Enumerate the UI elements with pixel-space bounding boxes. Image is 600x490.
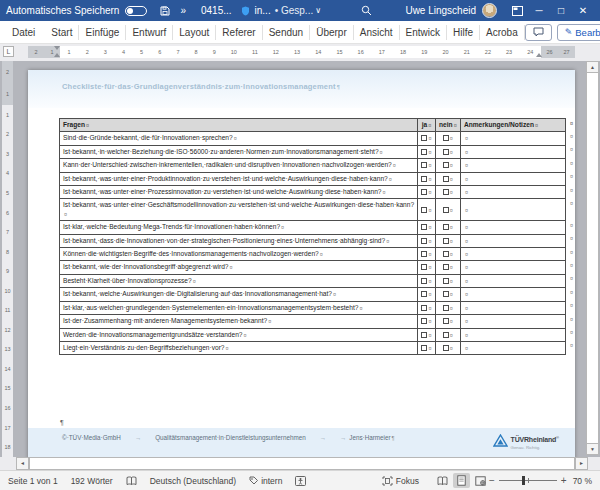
no-checkbox-cell[interactable]: ¤	[435, 248, 460, 261]
maximize-icon[interactable]: □	[550, 5, 572, 16]
checkbox-icon[interactable]	[443, 207, 449, 213]
editing-mode-button[interactable]: ✎ Bearbeitung ∨	[557, 24, 600, 41]
zoom-slider[interactable]	[499, 476, 557, 485]
notes-cell[interactable]: ¤	[460, 315, 565, 328]
no-checkbox-cell[interactable]: ¤	[435, 159, 460, 172]
notes-cell[interactable]: ¤	[460, 341, 565, 354]
no-checkbox-cell[interactable]: ¤	[435, 199, 460, 221]
notes-cell[interactable]: ¤	[460, 186, 565, 199]
notes-cell[interactable]: ¤	[460, 172, 565, 185]
checkbox-icon[interactable]	[443, 305, 449, 311]
vertical-scrollbar[interactable]: ▲ ▼	[586, 61, 599, 455]
yes-checkbox-cell[interactable]: ¤	[418, 301, 436, 314]
scroll-down-icon[interactable]: ▼	[586, 443, 599, 455]
horizontal-scroll-thumb[interactable]	[29, 457, 575, 470]
checkbox-icon[interactable]	[443, 238, 449, 244]
checkbox-icon[interactable]	[421, 251, 427, 257]
checkbox-icon[interactable]	[421, 135, 427, 141]
notes-cell[interactable]: ¤	[460, 274, 565, 287]
yes-checkbox-cell[interactable]: ¤	[418, 186, 436, 199]
tab-sendungen[interactable]: Sendun	[263, 25, 310, 40]
checkbox-icon[interactable]	[443, 224, 449, 230]
checkbox-icon[interactable]	[443, 149, 449, 155]
more-commands-icon[interactable]: »	[180, 5, 186, 16]
no-checkbox-cell[interactable]: ¤	[435, 301, 460, 314]
zoom-level[interactable]: 70 %	[573, 476, 592, 486]
horizontal-ruler[interactable]: L 21 12345678910111213141516171819202122…	[0, 44, 600, 61]
checkbox-icon[interactable]	[421, 238, 427, 244]
right-indent-marker[interactable]	[536, 53, 542, 57]
focus-mode-button[interactable]: Fokus	[382, 476, 419, 486]
scroll-right-icon[interactable]: ►	[575, 457, 588, 470]
yes-checkbox-cell[interactable]: ¤	[418, 328, 436, 341]
checkbox-icon[interactable]	[421, 264, 427, 270]
zoom-slider-thumb[interactable]	[522, 476, 525, 485]
print-layout-button[interactable]	[453, 473, 470, 488]
no-checkbox-cell[interactable]: ¤	[435, 315, 460, 328]
tab-datei[interactable]: Datei	[6, 25, 41, 40]
yes-checkbox-cell[interactable]: ¤	[418, 248, 436, 261]
yes-checkbox-cell[interactable]: ¤	[418, 341, 436, 354]
yes-checkbox-cell[interactable]: ¤	[418, 199, 436, 221]
scroll-left-icon[interactable]: ◄	[16, 457, 29, 470]
yes-checkbox-cell[interactable]: ¤	[418, 234, 436, 247]
no-checkbox-cell[interactable]: ¤	[435, 234, 460, 247]
tab-ueberpruefen[interactable]: Überpr	[310, 25, 354, 40]
checkbox-icon[interactable]	[443, 291, 449, 297]
notes-cell[interactable]: ¤	[460, 132, 565, 145]
yes-checkbox-cell[interactable]: ¤	[418, 315, 436, 328]
checkbox-icon[interactable]	[421, 207, 427, 213]
checkbox-icon[interactable]	[421, 332, 427, 338]
yes-checkbox-cell[interactable]: ¤	[418, 221, 436, 234]
checkbox-icon[interactable]	[421, 305, 427, 311]
language-indicator[interactable]: Deutsch (Deutschland)	[150, 476, 236, 486]
checkbox-icon[interactable]	[443, 189, 449, 195]
checkbox-icon[interactable]	[443, 278, 449, 284]
saved-status-chevron-icon[interactable]: ∨	[315, 6, 321, 15]
notes-cell[interactable]: ¤	[460, 199, 565, 221]
minimize-icon[interactable]: ─	[528, 5, 550, 16]
notes-cell[interactable]: ¤	[460, 159, 565, 172]
accessibility-icon[interactable]	[295, 476, 306, 486]
proofing-book-icon[interactable]	[126, 476, 137, 486]
checkbox-icon[interactable]	[421, 345, 427, 351]
yes-checkbox-cell[interactable]: ¤	[418, 132, 436, 145]
checkbox-icon[interactable]	[443, 135, 449, 141]
close-icon[interactable]: ✕	[572, 5, 594, 16]
notes-cell[interactable]: ¤	[460, 301, 565, 314]
tab-start[interactable]: Start	[45, 25, 79, 40]
tab-referenzen[interactable]: Referer	[216, 25, 262, 40]
notes-cell[interactable]: ¤	[460, 234, 565, 247]
checkbox-icon[interactable]	[421, 224, 427, 230]
tab-layout[interactable]: Layout	[173, 25, 216, 40]
tab-selector-icon[interactable]: L	[3, 46, 14, 57]
checkbox-icon[interactable]	[421, 162, 427, 168]
yes-checkbox-cell[interactable]: ¤	[418, 172, 436, 185]
checkbox-icon[interactable]	[421, 278, 427, 284]
hanging-indent-marker[interactable]	[54, 53, 60, 57]
comments-button[interactable]	[525, 24, 552, 41]
ribbon-options-icon[interactable]	[512, 6, 523, 16]
zoom-out-button[interactable]: −	[489, 475, 495, 486]
zoom-in-button[interactable]: +	[561, 475, 567, 486]
checkbox-icon[interactable]	[443, 318, 449, 324]
no-checkbox-cell[interactable]: ¤	[435, 221, 460, 234]
web-layout-button[interactable]	[472, 473, 489, 488]
no-checkbox-cell[interactable]: ¤	[435, 341, 460, 354]
yes-checkbox-cell[interactable]: ¤	[418, 261, 436, 274]
avatar[interactable]	[482, 3, 497, 18]
notes-cell[interactable]: ¤	[460, 221, 565, 234]
sensitivity-shield-icon[interactable]	[241, 6, 250, 16]
checkbox-icon[interactable]	[443, 176, 449, 182]
yes-checkbox-cell[interactable]: ¤	[418, 288, 436, 301]
notes-cell[interactable]: ¤	[460, 328, 565, 341]
tab-einfuegen[interactable]: Einfüge	[79, 25, 126, 40]
checkbox-icon[interactable]	[443, 162, 449, 168]
no-checkbox-cell[interactable]: ¤	[435, 328, 460, 341]
notes-cell[interactable]: ¤	[460, 248, 565, 261]
search-icon[interactable]	[361, 5, 372, 16]
checkbox-icon[interactable]	[421, 149, 427, 155]
no-checkbox-cell[interactable]: ¤	[435, 186, 460, 199]
notes-cell[interactable]: ¤	[460, 288, 565, 301]
no-checkbox-cell[interactable]: ¤	[435, 132, 460, 145]
